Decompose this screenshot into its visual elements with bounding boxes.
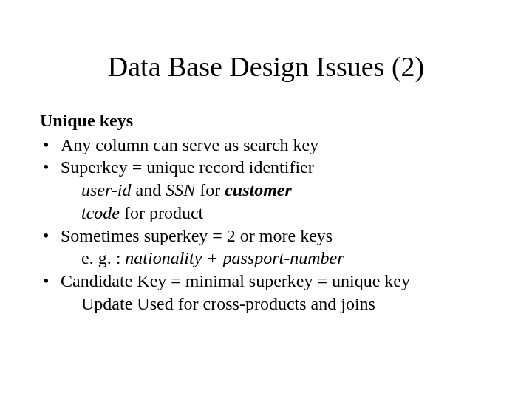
bullet-subline: e. g. : nationality + passport-number	[61, 247, 492, 270]
bullet-item: Candidate Key = minimal superkey = uniqu…	[40, 270, 492, 315]
italic-text: nationality + passport-number	[125, 248, 344, 267]
bullet-text: Any column can serve as search key	[61, 135, 318, 154]
plain-text: e. g. :	[81, 248, 125, 267]
plain-text: and	[132, 180, 166, 200]
section-heading: Unique keys	[40, 109, 492, 132]
bullet-subline: tcode for product	[61, 202, 492, 225]
bullet-subline: Update Used for cross-products and joins	[61, 293, 492, 316]
bullet-item: Superkey = unique record identifier user…	[40, 156, 492, 224]
bold-italic-text: customer	[225, 180, 292, 200]
italic-text: SSN	[166, 180, 195, 200]
bullet-item: Sometimes superkey = 2 or more keys e. g…	[40, 225, 492, 270]
slide-body: Unique keys Any column can serve as sear…	[0, 109, 532, 315]
bullet-text: Candidate Key = minimal superkey = uniqu…	[61, 271, 410, 290]
bullet-item: Any column can serve as search key	[40, 134, 492, 157]
plain-text: Update Used for cross-products and joins	[81, 294, 375, 313]
bullet-text: Superkey = unique record identifier	[61, 157, 314, 177]
italic-text: user-id	[81, 180, 132, 200]
bullet-list: Any column can serve as search key Super…	[40, 134, 492, 316]
slide: Data Base Design Issues (2) Unique keys …	[0, 0, 532, 399]
italic-text: tcode	[81, 203, 120, 222]
slide-title: Data Base Design Issues (2)	[0, 0, 532, 109]
plain-text: for	[195, 180, 225, 200]
bullet-subline: user-id and SSN for customer	[61, 179, 492, 202]
plain-text: for product	[120, 203, 203, 222]
bullet-text: Sometimes superkey = 2 or more keys	[61, 226, 332, 245]
